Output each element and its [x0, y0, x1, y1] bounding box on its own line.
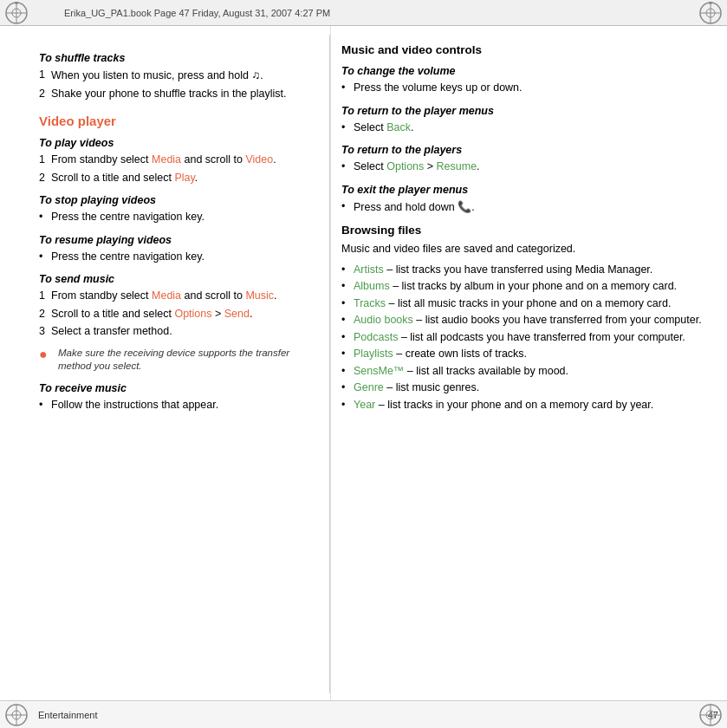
change-volume-bullets: • Press the volume keys up or down.	[341, 81, 710, 96]
audiobooks-link: Audio books	[354, 314, 413, 326]
shuffle-tracks-steps: 1 When you listen to music, press and ho…	[39, 68, 314, 101]
back-link: Back	[386, 121, 411, 133]
footer-left-circle	[5, 704, 28, 726]
year-link: Year	[354, 399, 375, 411]
tracks-link: Tracks	[354, 297, 386, 309]
receive-music-bullets: • Follow the instructions that appear.	[39, 398, 314, 413]
stop-playing-heading: To stop playing videos	[39, 194, 314, 206]
exit-player-bullets: • Press and hold down 📞.	[341, 199, 710, 216]
artists-link: Artists	[354, 263, 384, 276]
right-column: Music and video controls To change the v…	[330, 26, 727, 702]
browsing-intro-text: Music and video files are saved and cate…	[341, 242, 710, 257]
video-link: Video	[245, 153, 273, 166]
music-video-controls-heading: Music and video controls	[341, 43, 710, 56]
browsing-playlists: • Playlists – create own lists of tracks…	[341, 347, 710, 362]
phone-icon: 📞	[458, 200, 471, 213]
return-players-bullets: • Select Options > Resume.	[341, 159, 710, 175]
options-link-1: Options	[174, 308, 211, 320]
browsing-genre: • Genre – list music genres.	[341, 380, 710, 396]
send-link: Send	[224, 308, 250, 320]
stop-playing-section: To stop playing videos • Press the centr…	[39, 194, 314, 225]
browsing-files-section: Browsing files Music and video files are…	[341, 224, 710, 413]
music-note-icon: ♫	[251, 68, 260, 81]
media-link-2: Media	[152, 289, 181, 302]
return-players-section: To return to the players • Select Option…	[341, 144, 710, 175]
resume-playing-bullets: • Press the centre navigation key.	[39, 250, 314, 265]
send-step-1: 1 From standby select Media and scroll t…	[39, 289, 314, 304]
send-step-2: 2 Scroll to a title and select Options >…	[39, 307, 314, 322]
shuffle-tracks-heading: To shuffle tracks	[39, 52, 314, 64]
exit-player-bullet-1: • Press and hold down 📞.	[341, 199, 710, 216]
receive-music-heading: To receive music	[39, 382, 314, 394]
footer-right-circle	[699, 704, 722, 726]
play-link: Play	[174, 172, 194, 184]
receive-music-section: To receive music • Follow the instructio…	[39, 382, 314, 413]
header-right-circle	[699, 2, 722, 24]
svg-point-4	[15, 2, 18, 4]
warning-icon: ●	[39, 345, 55, 364]
top-header-bar: Erika_UG_PA1.book Page 47 Friday, August…	[0, 0, 727, 26]
options-link-2: Options	[386, 160, 424, 172]
play-videos-steps: 1 From standby select Media and scroll t…	[39, 153, 314, 185]
browsing-albums: • Albums – list tracks by album in your …	[341, 279, 710, 295]
warning-row: ● Make sure the receiving device support…	[39, 347, 314, 374]
media-link-1: Media	[152, 153, 181, 166]
volume-bullet-1: • Press the volume keys up or down.	[341, 81, 710, 96]
header-left-circle	[5, 2, 28, 24]
left-column: To shuffle tracks 1 When you listen to m…	[0, 26, 329, 702]
play-videos-heading: To play videos	[39, 137, 314, 149]
change-volume-section: To change the volume • Press the volume …	[341, 65, 710, 96]
podcasts-link: Podcasts	[354, 331, 398, 343]
browsing-artists: • Artists – list tracks you have transfe…	[341, 263, 710, 278]
svg-point-9	[709, 2, 712, 4]
browsing-year: • Year – list tracks in your phone and o…	[341, 398, 710, 413]
return-players-bullet-1: • Select Options > Resume.	[341, 159, 710, 175]
play-step-2: 2 Scroll to a title and select Play.	[39, 171, 314, 186]
shuffle-tracks-section: To shuffle tracks 1 When you listen to m…	[39, 52, 314, 101]
resume-link: Resume	[437, 160, 477, 172]
browsing-tracks: • Tracks – list all music tracks in your…	[341, 296, 710, 312]
return-player-menus-bullets: • Select Back.	[341, 120, 710, 136]
stop-playing-bullets: • Press the centre navigation key.	[39, 210, 314, 225]
genre-link: Genre	[354, 381, 384, 393]
main-content: To shuffle tracks 1 When you listen to m…	[0, 26, 727, 702]
play-videos-section: To play videos 1 From standby select Med…	[39, 137, 314, 185]
shuffle-step-1: 1 When you listen to music, press and ho…	[39, 68, 314, 84]
music-link: Music	[245, 289, 274, 302]
send-music-section: To send music 1 From standby select Medi…	[39, 273, 314, 340]
resume-playing-section: To resume playing videos • Press the cen…	[39, 234, 314, 265]
browsing-list: • Artists – list tracks you have transfe…	[341, 263, 710, 413]
stop-bullet-1: • Press the centre navigation key.	[39, 210, 314, 225]
video-player-title: Video player	[39, 114, 314, 128]
exit-player-section: To exit the player menus • Press and hol…	[341, 184, 710, 216]
shuffle-step-2: 2 Shake your phone to shuffle tracks in …	[39, 87, 314, 102]
warning-text: Make sure the receiving device supports …	[58, 347, 314, 374]
exit-player-heading: To exit the player menus	[341, 184, 710, 196]
return-player-menus-section: To return to the player menus • Select B…	[341, 105, 710, 136]
sensme-link: SensMe™	[354, 365, 404, 377]
receive-bullet-1: • Follow the instructions that appear.	[39, 398, 314, 413]
send-music-heading: To send music	[39, 273, 314, 285]
send-step-3: 3 Select a transfer method.	[39, 324, 314, 340]
browsing-sensme: • SensMe™ – list all tracks available by…	[341, 364, 710, 380]
resume-playing-heading: To resume playing videos	[39, 234, 314, 246]
change-volume-heading: To change the volume	[341, 65, 710, 77]
footer-bar: Entertainment 47	[0, 700, 727, 728]
return-menus-bullet-1: • Select Back.	[341, 120, 710, 136]
send-music-steps: 1 From standby select Media and scroll t…	[39, 289, 314, 340]
resume-bullet-1: • Press the centre navigation key.	[39, 250, 314, 265]
return-players-heading: To return to the players	[341, 144, 710, 156]
browsing-audiobooks: • Audio books – list audio books you hav…	[341, 313, 710, 328]
footer-left-text: Entertainment	[38, 710, 97, 720]
play-step-1: 1 From standby select Media and scroll t…	[39, 153, 314, 168]
browsing-podcasts: • Podcasts – list all podcasts you have …	[341, 330, 710, 346]
header-text: Erika_UG_PA1.book Page 47 Friday, August…	[64, 8, 330, 18]
playlists-link: Playlists	[354, 348, 393, 360]
albums-link: Albums	[354, 280, 390, 292]
browsing-files-heading: Browsing files	[341, 224, 710, 237]
return-player-menus-heading: To return to the player menus	[341, 105, 710, 117]
